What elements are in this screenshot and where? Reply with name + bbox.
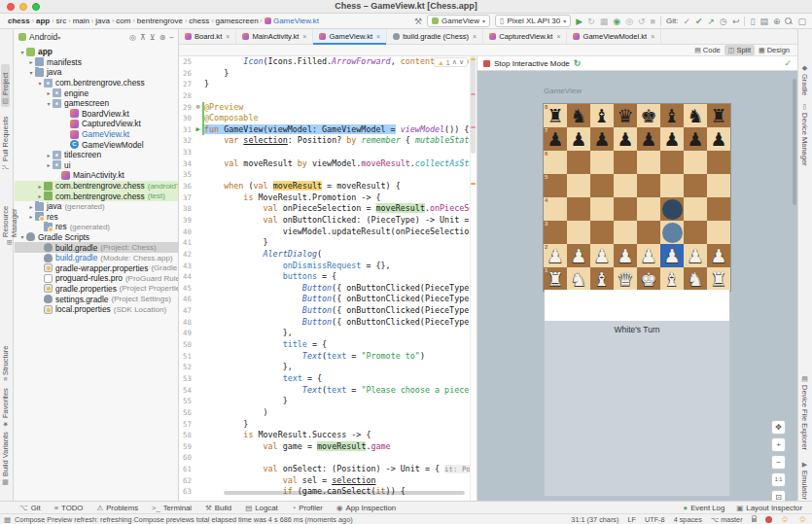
board-square[interactable] (590, 221, 614, 244)
feedback-smiley-icon[interactable]: ☺ (798, 515, 807, 524)
debug-button[interactable]: ◉ (613, 17, 620, 26)
chevron-down-icon[interactable]: ▾ (36, 80, 44, 87)
board-square[interactable]: 5 (544, 174, 567, 197)
board-square[interactable] (660, 197, 684, 221)
tool-window-button-layout-inspector[interactable]: ▣Layout Inspector (736, 504, 802, 512)
board-square[interactable] (567, 221, 590, 244)
run-configuration-selector[interactable]: GameView▾ (427, 15, 490, 27)
board-square[interactable] (567, 174, 590, 197)
board-square[interactable]: 8♜ (544, 104, 567, 127)
git-commit-icon[interactable]: ✔ (695, 17, 703, 26)
chevron-down-icon[interactable]: ▾ (18, 233, 26, 240)
breadcrumb-item[interactable]: chess (189, 17, 209, 25)
board-square[interactable]: ♞ (567, 104, 590, 127)
tool-window-button-git[interactable]: ⌥Git (19, 504, 41, 512)
board-square[interactable]: 6 (544, 151, 567, 174)
board-square[interactable]: ♟ (614, 127, 637, 151)
tree-item-com-bentrengrove-chess[interactable]: ▸com.bentrengrove.chess(test) (15, 191, 178, 201)
tool-window-button-problems[interactable]: ⚠Problems (96, 504, 138, 512)
caret-position[interactable]: 31:1 (37 chars) (571, 515, 618, 524)
git-update-icon[interactable]: ✓ (683, 17, 690, 26)
vertical-scrollbar[interactable] (471, 56, 476, 154)
board-square[interactable]: ♛ (614, 267, 637, 291)
tree-item-local-properties[interactable]: local.properties(SDK Location) (15, 304, 178, 315)
tab-gameviewmodel-kt[interactable]: GameViewModel.kt× (567, 29, 661, 44)
board-square[interactable]: 7♟ (544, 127, 567, 151)
run-button[interactable]: ▶ (576, 17, 583, 26)
tool-window-button-build-variants[interactable]: ▦Build Variants (1, 432, 10, 486)
board-square[interactable] (614, 151, 637, 174)
tree-item-capturedview-kt[interactable]: CapturedView.kt (15, 119, 178, 129)
chevron-right-icon[interactable]: ▸ (27, 213, 35, 220)
code-editor[interactable]: 25 Icon(Icons.Filled.ArrowForward, conte… (179, 56, 477, 501)
board-square[interactable]: ♝ (590, 267, 614, 291)
board-square[interactable]: ♚ (637, 267, 660, 291)
tool-window-button-event-log[interactable]: ●Event Log (684, 504, 725, 512)
run-preview-icon[interactable]: ▶ (194, 124, 204, 136)
board-square[interactable] (614, 221, 637, 244)
chevron-right-icon[interactable]: ▸ (36, 183, 44, 190)
view-mode-design[interactable]: ▦Design (755, 45, 794, 55)
tab-gameview-kt[interactable]: GameView.kt× (313, 29, 387, 44)
board-square[interactable] (707, 151, 730, 174)
board-square[interactable]: ♟ (660, 244, 684, 267)
tool-window-button-resource-manager[interactable]: ⊞Resource Manager (1, 177, 18, 245)
pan-button[interactable]: ✥ (771, 420, 786, 435)
board-square[interactable]: ♟ (660, 127, 684, 151)
breadcrumb-item[interactable]: chess (8, 17, 30, 25)
layout-inspector-icon[interactable]: ▢ (797, 17, 806, 26)
preview-canvas[interactable]: GameView 8♜♞♝♛♚♝♞♜7♟♟♟♟♟♟♟♟65432♟♟♟♟♟♟♟♟… (477, 71, 797, 501)
readonly-lock-icon[interactable] (752, 518, 757, 522)
indent-style[interactable]: 4 spaces (674, 515, 702, 524)
chevron-right-icon[interactable]: ▸ (45, 152, 53, 158)
tool-window-button-app-inspection[interactable]: ◉App Inspection (336, 504, 396, 512)
build-hammer-icon[interactable]: ⚒ (414, 17, 422, 26)
board-square[interactable]: ♝ (660, 104, 684, 127)
close-icon[interactable]: × (556, 33, 560, 40)
sdk-manager-icon[interactable]: ▤ (759, 17, 768, 26)
horizontal-scrollbar[interactable] (224, 491, 465, 495)
board-square[interactable]: ♜ (707, 267, 730, 291)
tool-window-button-pull-requests[interactable]: ⌥Pull Requests (1, 113, 10, 171)
locate-icon[interactable]: ◎ (129, 33, 136, 42)
board-square[interactable]: 3 (544, 221, 567, 244)
board-square[interactable]: ♟ (684, 244, 707, 267)
chevron-right-icon[interactable]: ▸ (45, 89, 53, 96)
device-manager-icon[interactable]: ▯ (750, 17, 755, 26)
tree-item-engine[interactable]: ▸engine (15, 87, 178, 98)
tree-item-gradle-scripts[interactable]: ▾Gradle Scripts (15, 232, 178, 243)
line-separator[interactable]: LF (627, 515, 636, 524)
breadcrumb-item[interactable]: app (36, 17, 50, 25)
inspection-widget[interactable]: ▲ 1 ∧ ∨ (434, 57, 468, 67)
board-square[interactable]: ♟ (637, 244, 660, 267)
board-square[interactable] (707, 174, 730, 197)
board-square[interactable]: ♞ (567, 267, 590, 291)
board-square[interactable] (614, 174, 637, 197)
tool-window-button-device-file-explorer[interactable]: ▤Device File Explorer (800, 375, 809, 457)
board-square[interactable] (590, 151, 614, 174)
board-square[interactable]: ♟ (590, 127, 614, 151)
tree-item-gamescreen[interactable]: ▾gamescreen (15, 98, 178, 109)
zoom-out-button[interactable]: − (771, 455, 786, 470)
close-icon[interactable]: × (376, 33, 380, 40)
prev-issue-icon[interactable]: ∧ (452, 58, 457, 66)
board-square[interactable] (614, 197, 637, 221)
zoom-fit-button[interactable]: ⊡ (771, 490, 786, 501)
error-stripe[interactable] (470, 56, 477, 501)
board-square[interactable] (637, 197, 660, 221)
board-square[interactable] (637, 174, 660, 197)
board-square[interactable]: 1♜ (544, 267, 567, 291)
breadcrumb-item[interactable]: bentrengrove (137, 17, 183, 25)
tree-item-titlescreen[interactable]: ▸titlescreen (15, 150, 178, 160)
board-square[interactable]: ♟ (567, 244, 590, 267)
chevron-down-icon[interactable]: ▾ (27, 69, 35, 76)
chevron-right-icon[interactable]: ▸ (36, 192, 44, 199)
board-square[interactable] (707, 221, 730, 244)
tool-window-button-structure[interactable]: ≡Structure (1, 336, 10, 381)
tree-item-java[interactable]: ▾java (15, 67, 178, 78)
board-square[interactable]: 4 (544, 197, 567, 221)
board-square[interactable] (590, 197, 614, 221)
board-square[interactable] (637, 151, 660, 174)
tree-item-app[interactable]: ▾app (15, 47, 178, 57)
git-push-icon[interactable]: ↗ (708, 17, 716, 26)
